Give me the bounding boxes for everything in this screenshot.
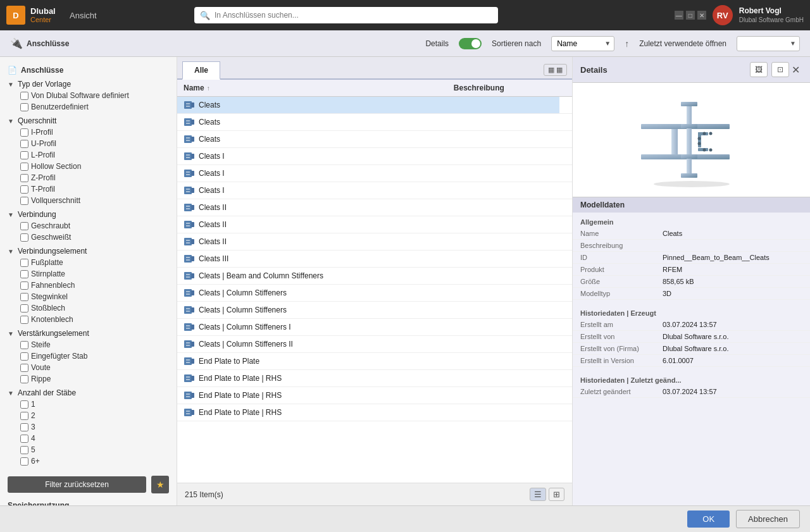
details-label: Details (425, 39, 449, 48)
svg-point-88 (709, 132, 712, 135)
storage-section: Speichernutzung 💾 C:/ 243,30 GB availabl… (8, 501, 169, 505)
ok-button[interactable]: OK (687, 510, 730, 528)
checkbox-2[interactable] (20, 412, 28, 420)
nav-ansicht[interactable]: Ansicht (63, 11, 103, 20)
table-row[interactable]: End Plate to Plate (177, 353, 572, 370)
checkbox-z-profil[interactable] (20, 174, 28, 182)
row-name-cell: Cleats II (177, 199, 447, 216)
table-row[interactable]: Cleats | Column Stiffeners II (177, 336, 572, 353)
table-row[interactable]: Cleats II (177, 216, 572, 233)
tree-parent-anzahl[interactable]: ▼ Anzahl der Stäbe (0, 387, 177, 399)
row-name-text: Cleats | Column Stiffeners (199, 288, 287, 297)
table-row[interactable]: Cleats I (177, 182, 572, 199)
svg-rect-6 (186, 120, 190, 121)
table-row[interactable]: Cleats (177, 97, 572, 114)
details-panel-title: Details (580, 65, 750, 75)
table-row[interactable]: Cleats (177, 131, 572, 148)
checkbox-t-profil[interactable] (20, 185, 28, 194)
item-icon (184, 202, 195, 213)
checkbox-dlubal[interactable] (20, 92, 28, 100)
checkbox-stegwinkel[interactable] (20, 293, 28, 301)
tree-parent-verstarkungselement-label: Verstärkungselement (18, 329, 89, 338)
table-row[interactable]: Cleats I (177, 148, 572, 165)
favorite-button[interactable]: ★ (151, 476, 169, 493)
close-button[interactable]: ✕ (697, 11, 706, 20)
svg-rect-23 (186, 191, 190, 192)
table-row[interactable]: Cleats | Column Stiffeners (177, 302, 572, 319)
table-row[interactable]: End Plate to Plate | RHS (177, 370, 572, 387)
checkbox-6plus[interactable] (20, 457, 28, 466)
checkbox-rippe[interactable] (20, 375, 28, 383)
table-row[interactable]: Cleats II (177, 199, 572, 216)
data-label-erstellt-von: Erstellt von (580, 333, 663, 340)
row-description-cell (447, 114, 559, 131)
checkbox-geschraubt[interactable] (20, 222, 28, 230)
sort-direction-button[interactable]: ↑ (625, 39, 629, 49)
checkbox-3[interactable] (20, 423, 28, 431)
tree-child-eingefugterstab: Eingefügter Stab (0, 350, 177, 362)
filter-reset-button[interactable]: Filter zurücksetzen (8, 476, 146, 493)
tree-child-stossblech: Stoßblech (0, 302, 177, 314)
tree-parent-verstarkungselement[interactable]: ▼ Verstärkungselement (0, 328, 177, 339)
checkbox-hollow[interactable] (20, 163, 28, 171)
svg-rect-44 (184, 289, 192, 297)
table-row[interactable]: End Plate to Plate | RHS (177, 387, 572, 404)
table-row[interactable]: Cleats | Column Stiffeners I (177, 319, 572, 336)
recently-select[interactable] (737, 36, 800, 51)
list-view-button[interactable]: ☰ (530, 488, 546, 501)
checkbox-geschweisst[interactable] (20, 233, 28, 242)
table-row[interactable]: Cleats I (177, 165, 572, 182)
table-row[interactable]: Cleats II (177, 233, 572, 251)
item-icon (184, 373, 195, 383)
details-close-button[interactable]: ✕ (789, 64, 802, 76)
search-input[interactable] (194, 7, 498, 23)
tree-parent-typ-label: Typ der Vorlage (18, 80, 71, 89)
svg-rect-46 (186, 291, 190, 292)
checkbox-fahnenblech[interactable] (20, 281, 28, 290)
table-row[interactable]: Cleats (177, 114, 572, 131)
sort-select[interactable]: Name Datum Größe (551, 36, 614, 51)
checkbox-user[interactable] (20, 103, 28, 111)
checkbox-u-profil[interactable] (20, 140, 28, 148)
details-toggle[interactable] (459, 38, 482, 49)
svg-rect-11 (186, 140, 190, 141)
checkbox-fussplatte[interactable] (20, 259, 28, 267)
checkbox-voute[interactable] (20, 364, 28, 372)
tree-parent-verbindung[interactable]: ▼ Verbindung (0, 209, 177, 220)
table-row[interactable]: Cleats | Beam and Column Stiffeners (177, 268, 572, 285)
checkbox-1[interactable] (20, 400, 28, 409)
table-row[interactable]: Cleats | Column Stiffeners (177, 285, 572, 302)
sub-changed-header: Historiedaten | Zuletzt geänd... (573, 374, 810, 386)
checkbox-5[interactable] (20, 446, 28, 454)
checkbox-l-profil[interactable] (20, 151, 28, 159)
row-description-cell (447, 131, 559, 148)
checkbox-eingefugterstab[interactable] (20, 352, 28, 361)
checkbox-4[interactable] (20, 435, 28, 443)
checkbox-stossblech[interactable] (20, 304, 28, 312)
checkbox-vollquerschnitt[interactable] (20, 197, 28, 205)
tree-group-verbindungselement: ▼ Verbindungselement Fußplatte Stirnplat… (0, 244, 177, 326)
restore-button[interactable]: □ (686, 11, 695, 20)
label-geschraubt: Geschraubt (31, 221, 70, 230)
svg-rect-52 (184, 323, 192, 331)
tab-layout-button[interactable]: ▦ ▦ (544, 64, 567, 76)
svg-rect-30 (186, 223, 190, 224)
data-value-id: Pinned__Beam_to_Beam__Cleats (663, 254, 802, 261)
tree-parent-verbindungselement[interactable]: ▼ Verbindungselement (0, 245, 177, 257)
tree-parent-typ[interactable]: ▼ Typ der Vorlage (0, 78, 177, 90)
grid-view-button[interactable]: ⊞ (549, 488, 564, 501)
cancel-button[interactable]: Abbrechen (736, 510, 800, 528)
row-description-cell (447, 319, 559, 336)
minimize-button[interactable]: — (675, 11, 683, 20)
tab-alle[interactable]: Alle (182, 61, 220, 80)
checkbox-i-profil[interactable] (20, 128, 28, 137)
details-page-icon-button[interactable]: 🖼 (750, 62, 768, 77)
checkbox-steife[interactable] (20, 341, 28, 349)
tree-parent-querschnitt[interactable]: ▼ Querschnitt (0, 115, 177, 127)
sub-section-created: Historiedaten | Erzeugt Erstellt am 03.0… (573, 304, 810, 371)
table-row[interactable]: End Plate to Plate | RHS (177, 404, 572, 421)
details-download-button[interactable]: ⊡ (771, 62, 789, 77)
checkbox-stirnplatte[interactable] (20, 270, 28, 278)
table-row[interactable]: Cleats III (177, 251, 572, 268)
checkbox-knotenblech[interactable] (20, 316, 28, 324)
